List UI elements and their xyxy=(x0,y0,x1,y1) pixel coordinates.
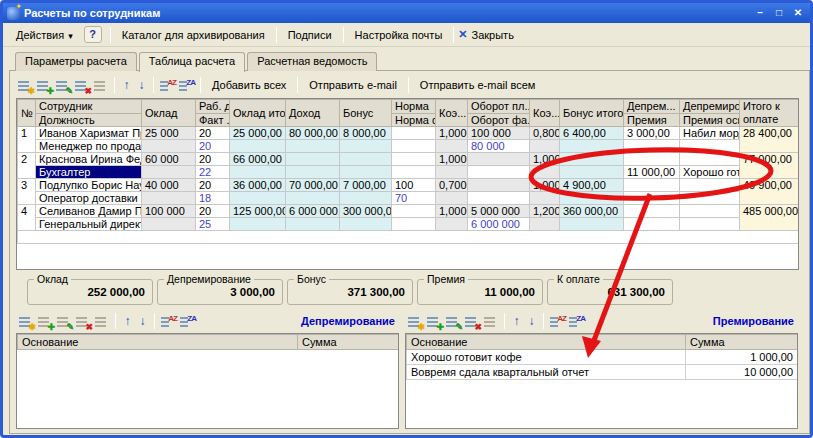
col-salary-total[interactable]: Оклад итого xyxy=(230,100,286,127)
premia-row[interactable]: Вовремя сдала квартальный отчет 10 000,0… xyxy=(407,365,798,380)
premia-table[interactable]: Основание Сумма Хорошо готовит кофе 1 00… xyxy=(405,333,798,429)
sort-desc-icon[interactable] xyxy=(568,314,585,329)
table-row[interactable]: 1 Иванов Харизмат Про... 25 000 20 25 00… xyxy=(18,127,799,140)
col-employee[interactable]: Сотрудник xyxy=(36,100,142,114)
minimize-icon[interactable] xyxy=(752,6,768,20)
calc-table[interactable]: № Сотрудник Оклад Раб. д... Оклад итого … xyxy=(16,98,799,270)
col-bonus[interactable]: Бонус xyxy=(340,100,392,127)
command-bar: Действия ? Каталог для архивирования Под… xyxy=(3,23,810,47)
signatures-button[interactable]: Подписи xyxy=(281,27,339,43)
move-down-icon[interactable] xyxy=(135,78,148,93)
col-premia-reason[interactable]: Премия основ... xyxy=(680,113,740,127)
maximize-icon[interactable] xyxy=(771,6,787,20)
col-sum[interactable]: Сумма xyxy=(298,335,400,350)
deprem-panel-title: Депремирование xyxy=(301,315,399,327)
delete-icon[interactable] xyxy=(74,314,91,329)
help-button[interactable]: ? xyxy=(84,26,102,43)
close-form-button[interactable]: Закрыть xyxy=(472,27,521,43)
close-icon[interactable] xyxy=(790,6,806,20)
col-total[interactable]: Итого к оплате xyxy=(740,100,799,127)
move-up-icon[interactable] xyxy=(510,314,523,329)
list-toolbar: Добавить всех Отправить e-mail Отправить… xyxy=(15,75,542,95)
sort-asc-icon[interactable] xyxy=(160,314,177,329)
add-copy-icon[interactable] xyxy=(35,78,52,93)
col-num[interactable]: № xyxy=(18,100,36,127)
table-row[interactable]: Генеральный директор 25 6 000 000 xyxy=(18,218,799,231)
sort-asc-icon[interactable] xyxy=(549,314,566,329)
col-norm-fact[interactable]: Норма ф... xyxy=(392,113,436,127)
deprem-header-row: Основание Сумма xyxy=(18,335,400,350)
table-row[interactable]: 4 Селиванов Дамир Пет... 100 000 20 125 … xyxy=(18,205,799,218)
col-premia[interactable]: Премия xyxy=(624,113,680,127)
delete-icon[interactable] xyxy=(73,78,90,93)
selected-cell: Бухгалтер xyxy=(36,166,142,179)
total-premia: Премия 11 000,00 xyxy=(417,279,543,305)
col-workdays[interactable]: Раб. д... xyxy=(196,100,230,114)
add-copy-icon[interactable] xyxy=(36,314,53,329)
col-norm[interactable]: Норма xyxy=(392,100,436,114)
sort-asc-icon[interactable] xyxy=(159,78,176,93)
actions-menu[interactable]: Действия xyxy=(9,27,80,43)
send-email-all-button[interactable]: Отправить e-mail всем xyxy=(413,77,543,93)
table-row[interactable]: Бухгалтер 22 11 000,00 Хорошо готов... xyxy=(18,166,799,179)
copy-icon[interactable] xyxy=(92,78,109,93)
total-to-pay: К оплате 631 300,00 xyxy=(547,279,673,305)
col-turnover-fact[interactable]: Оборот фа... xyxy=(468,113,530,127)
premia-panel-title: Премирование xyxy=(713,315,798,327)
col-turnover[interactable]: Оборот пл... xyxy=(468,100,530,114)
edit-icon[interactable] xyxy=(54,78,71,93)
table-row[interactable]: Менеджер по продажам 20 80 000 xyxy=(18,140,799,153)
col-income[interactable]: Доход xyxy=(286,100,340,127)
window-title: Расчеты по сотрудникам xyxy=(24,7,160,19)
add-icon[interactable] xyxy=(17,314,34,329)
col-deprem[interactable]: Депрем... xyxy=(624,100,680,114)
add-copy-icon[interactable] xyxy=(425,314,442,329)
total-bonus: Бонус 371 300,00 xyxy=(287,279,413,305)
add-icon[interactable] xyxy=(16,78,33,93)
sort-desc-icon[interactable] xyxy=(179,314,196,329)
copy-icon[interactable] xyxy=(482,314,499,329)
premia-toolbar: Премирование xyxy=(405,311,798,331)
col-workdays-fact[interactable]: Факт ... xyxy=(196,113,230,127)
move-up-icon[interactable] xyxy=(120,78,133,93)
table-header-row: № Сотрудник Оклад Раб. д... Оклад итого … xyxy=(18,100,799,114)
move-up-icon[interactable] xyxy=(121,314,134,329)
total-deprem: Депремирование 3 000,00 xyxy=(157,279,283,305)
move-down-icon[interactable] xyxy=(136,314,149,329)
send-email-button[interactable]: Отправить e-mail xyxy=(302,77,404,93)
col-position[interactable]: Должность xyxy=(36,113,142,127)
col-reason[interactable]: Основание xyxy=(18,335,298,350)
add-icon[interactable] xyxy=(406,314,423,329)
add-all-button[interactable]: Добавить всех xyxy=(205,77,293,93)
table-header-row2: Должность Факт ... Норма ф... Оборот фа.… xyxy=(18,113,799,127)
tab-calc-table[interactable]: Таблица расчета xyxy=(139,52,245,72)
tab-payroll-sheet[interactable]: Расчетная ведомость xyxy=(247,52,377,71)
col-coef1[interactable]: Коэ... xyxy=(436,100,468,127)
deprem-table[interactable]: Основание Сумма xyxy=(16,333,399,429)
col-sum[interactable]: Сумма xyxy=(686,335,798,350)
tab-bar: Параметры расчета Таблица расчета Расчет… xyxy=(15,52,379,71)
table-row[interactable]: 2 Краснова Ирина Федо... 60 000 20 66 00… xyxy=(18,153,799,166)
copy-icon[interactable] xyxy=(93,314,110,329)
window-icon xyxy=(7,7,20,20)
table-row[interactable]: Оператор доставки гр... 18 70 xyxy=(18,192,799,205)
col-deprem-reason[interactable]: Депремирован... xyxy=(680,100,740,114)
col-coef2[interactable]: Коэ... xyxy=(530,100,560,127)
move-down-icon[interactable] xyxy=(525,314,538,329)
app-window: Расчеты по сотрудникам Действия ? Катало… xyxy=(0,0,813,438)
table-row[interactable]: 3 Подлупко Борис Наум... 40 000 20 36 00… xyxy=(18,179,799,192)
totals-row: Оклад 252 000,00 Депремирование 3 000,00… xyxy=(27,279,677,305)
col-salary[interactable]: Оклад xyxy=(142,100,196,127)
archive-catalog-button[interactable]: Каталог для архивирования xyxy=(115,27,272,43)
col-reason[interactable]: Основание xyxy=(407,335,686,350)
title-bar: Расчеты по сотрудникам xyxy=(3,3,810,23)
sort-desc-icon[interactable] xyxy=(178,78,195,93)
premia-row[interactable]: Хорошо готовит кофе 1 000,00 xyxy=(407,350,798,365)
premia-header-row: Основание Сумма xyxy=(407,335,798,350)
mail-settings-button[interactable]: Настройка почты xyxy=(348,27,450,43)
edit-icon[interactable] xyxy=(444,314,461,329)
col-bonus-total[interactable]: Бонус итого xyxy=(560,100,624,127)
delete-icon[interactable] xyxy=(463,314,480,329)
tab-calc-params[interactable]: Параметры расчета xyxy=(15,52,137,71)
edit-icon[interactable] xyxy=(55,314,72,329)
